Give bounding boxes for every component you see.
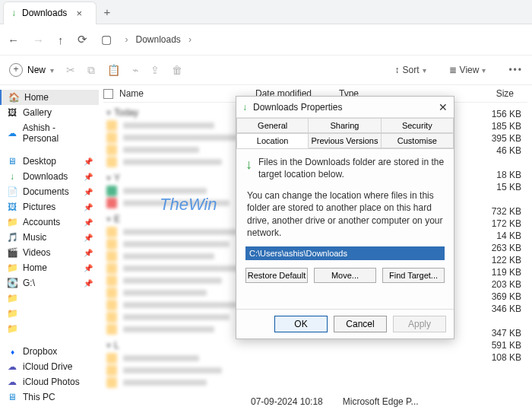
pin-icon: 📌 <box>84 264 93 272</box>
dialog-title: Downloads Properties <box>253 102 432 113</box>
location-path-input[interactable] <box>245 246 445 260</box>
ok-button[interactable]: OK <box>274 316 328 332</box>
copy-icon[interactable]: ⧉ <box>87 64 95 77</box>
pin-icon: 📌 <box>84 188 93 196</box>
desktop-icon: 🖥 <box>6 156 18 167</box>
sidebar-item-folder[interactable]: 📁 <box>0 306 99 321</box>
plus-icon: + <box>9 63 23 77</box>
rename-icon[interactable]: ⌁ <box>132 64 138 76</box>
tab-general[interactable]: General <box>236 118 309 133</box>
address-bar: ← → ↑ ⟳ ▢ › Downloads › <box>0 24 532 55</box>
chevron-right-icon[interactable]: › <box>188 34 192 45</box>
sidebar-item-videos[interactable]: 🎬Videos📌 <box>0 245 99 260</box>
sidebar-item-home[interactable]: 🏠Home <box>0 90 99 105</box>
new-tab-button[interactable]: + <box>97 5 118 18</box>
chevron-right-icon[interactable]: › <box>125 34 128 45</box>
select-all-checkbox[interactable] <box>103 89 113 99</box>
tab-sharing[interactable]: Sharing <box>309 118 381 133</box>
tab-customise[interactable]: Customise <box>382 133 454 148</box>
paste-icon[interactable]: 📋 <box>107 64 120 76</box>
cloud-icon: ☁ <box>6 128 18 138</box>
cut-icon[interactable]: ✂ <box>66 64 75 76</box>
dropbox-icon: ⬧ <box>6 346 18 357</box>
download-icon: ↓ <box>6 171 18 182</box>
sidebar-item-onedrive[interactable]: ☁Ashish - Personal <box>0 120 99 146</box>
monitor-icon[interactable]: ▢ <box>101 33 112 46</box>
tab-strip: General Sharing Security Location Previo… <box>236 118 454 149</box>
find-target-button[interactable]: Find Target... <box>382 268 445 283</box>
info-line-2: You can change the location where files … <box>247 189 443 239</box>
video-icon: 🎬 <box>6 247 18 258</box>
chevron-down-icon: ▾ <box>482 66 486 75</box>
chevron-down-icon: ▾ <box>106 107 111 118</box>
navigation-pane: 🏠Home 🖼Gallery ☁Ashish - Personal 🖥Deskt… <box>0 85 99 410</box>
col-name[interactable]: Name <box>119 88 144 99</box>
sidebar-item-documents[interactable]: 📄Documents📌 <box>0 184 99 199</box>
cancel-button[interactable]: Cancel <box>334 316 387 332</box>
gallery-icon: 🖼 <box>6 107 18 118</box>
tab-security[interactable]: Security <box>382 118 454 133</box>
folder-icon: 📁 <box>6 293 18 304</box>
window-tab[interactable]: ↓ Downloads × <box>3 2 97 24</box>
more-icon[interactable]: ••• <box>508 65 523 75</box>
properties-dialog: ↓ Downloads Properties ✕ General Sharing… <box>236 96 454 339</box>
document-icon: 📄 <box>6 186 18 197</box>
sidebar-item-folder[interactable]: 📁 <box>0 321 99 336</box>
sort-icon: ↕ <box>395 65 400 75</box>
chevron-down-icon: ▾ <box>423 66 426 75</box>
tab-previous-versions[interactable]: Previous Versions <box>309 133 381 148</box>
folder-icon: 📁 <box>6 262 18 273</box>
close-tab-icon[interactable]: × <box>73 8 85 19</box>
sidebar-item-accounts[interactable]: 📁Accounts📌 <box>0 215 99 230</box>
pin-icon: 📌 <box>84 173 93 181</box>
pin-icon: 📌 <box>84 157 93 166</box>
refresh-icon[interactable]: ⟳ <box>78 33 87 46</box>
sidebar-item-home2[interactable]: 📁Home📌 <box>0 260 99 275</box>
size-column-values: 156 KB185 KB395 KB46 KB18 KB15 KB732 KB1… <box>492 108 521 364</box>
pin-icon: 📌 <box>84 203 93 211</box>
view-button[interactable]: ≣ View ▾ <box>449 65 486 75</box>
home-icon: 🏠 <box>8 92 20 103</box>
sort-button[interactable]: ↕ Sort ▾ <box>395 65 426 75</box>
forward-icon[interactable]: → <box>33 33 44 46</box>
back-icon[interactable]: ← <box>8 33 19 46</box>
tab-label: Downloads <box>22 8 67 18</box>
chevron-down-icon: ▾ <box>50 66 54 75</box>
download-icon: ↓ <box>242 102 247 113</box>
tab-location[interactable]: Location <box>236 133 309 148</box>
cloud-icon: ☁ <box>6 361 18 372</box>
pin-icon: 📌 <box>84 234 93 242</box>
music-icon: 🎵 <box>6 232 18 243</box>
sidebar-item-thispc[interactable]: 🖥This PC <box>0 389 99 405</box>
sidebar-item-desktop[interactable]: 🖥Desktop📌 <box>0 154 99 169</box>
sidebar-item-music[interactable]: 🎵Music📌 <box>0 230 99 245</box>
folder-icon: 📁 <box>6 217 18 227</box>
sidebar-item-gdrive[interactable]: 💽G:\📌 <box>0 275 99 291</box>
sidebar-item-dropbox[interactable]: ⬧Dropbox <box>0 344 99 359</box>
sidebar-item-icloudphotos[interactable]: ☁iCloud Photos <box>0 374 99 389</box>
drive-icon: 💽 <box>6 278 18 288</box>
new-button[interactable]: + New ▾ <box>9 63 54 77</box>
move-button[interactable]: Move... <box>314 268 376 283</box>
up-icon[interactable]: ↑ <box>58 33 64 46</box>
folder-icon: 📁 <box>6 323 18 334</box>
info-line-1: Files in the Downloads folder are stored… <box>258 157 445 180</box>
view-icon: ≣ <box>449 65 457 75</box>
sidebar-item-iclouddrive[interactable]: ☁iCloud Drive <box>0 359 99 374</box>
restore-default-button[interactable]: Restore Default <box>245 268 308 283</box>
sidebar-item-gallery[interactable]: 🖼Gallery <box>0 105 99 120</box>
share-icon[interactable]: ⇪ <box>150 64 160 76</box>
pin-icon: 📌 <box>84 218 93 227</box>
download-icon: ↓ <box>245 157 252 173</box>
pictures-icon: 🖼 <box>6 202 18 212</box>
breadcrumb-downloads[interactable]: Downloads <box>136 34 181 45</box>
command-bar: + New ▾ ✂ ⧉ 📋 ⌁ ⇪ 🗑 ↕ Sort ▾ ≣ View ▾ ••… <box>0 55 532 85</box>
apply-button[interactable]: Apply <box>393 316 446 332</box>
sidebar-item-downloads[interactable]: ↓Downloads📌 <box>0 169 99 184</box>
sidebar-item-pictures[interactable]: 🖼Pictures📌 <box>0 199 99 215</box>
pin-icon: 📌 <box>84 279 93 288</box>
delete-icon[interactable]: 🗑 <box>172 64 182 76</box>
pin-icon: 📌 <box>84 249 93 257</box>
close-icon[interactable]: ✕ <box>439 101 448 113</box>
sidebar-item-folder[interactable]: 📁 <box>0 291 99 306</box>
